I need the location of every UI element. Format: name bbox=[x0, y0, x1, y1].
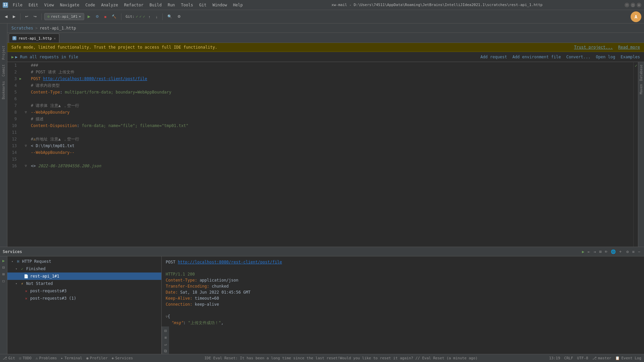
run-all-requests-btn[interactable]: ▶ ▶ Run all requests in file bbox=[11, 55, 78, 59]
examples-btn[interactable]: Examples bbox=[621, 55, 640, 59]
services-collapse-all-btn[interactable]: ⇤ bbox=[587, 249, 591, 255]
response-url[interactable]: http://localhost:8080/rest-client/post/f… bbox=[178, 260, 282, 264]
breadcrumb-scratches[interactable]: Scratches bbox=[11, 26, 33, 31]
menu-analyze[interactable]: Analyze bbox=[98, 2, 121, 8]
git-check-3[interactable]: ✓ bbox=[143, 14, 145, 19]
line-fold-16[interactable]: ▽ bbox=[25, 163, 30, 169]
line-run-3[interactable]: ▶ bbox=[19, 75, 25, 82]
project-tab[interactable]: Project bbox=[1, 44, 6, 62]
code-editor[interactable]: 1 ### 2 # POST 请求 上传文件 3 bbox=[7, 62, 633, 247]
line-fold-8[interactable]: ▽ bbox=[25, 109, 30, 116]
tree-item-rest-api-1[interactable]: 📄 rest-api_1#1 bbox=[7, 273, 161, 280]
status-todo-item[interactable]: ☑ TODO bbox=[19, 356, 32, 360]
settings-btn[interactable]: ⚙ bbox=[175, 13, 183, 20]
build-button[interactable]: 🔨 bbox=[110, 13, 118, 20]
run-button[interactable]: ▶ bbox=[86, 13, 92, 20]
http-request-label: HTTP Request bbox=[22, 259, 51, 264]
services-hide-btn[interactable]: − bbox=[637, 249, 641, 255]
services-filter-btn[interactable]: ⌦ bbox=[604, 249, 608, 255]
menu-tools[interactable]: Tools bbox=[178, 2, 196, 8]
menu-build[interactable]: Build bbox=[147, 2, 164, 8]
response-format-btn[interactable]: ≡ bbox=[163, 335, 168, 341]
services-settings-btn[interactable]: ≡ bbox=[631, 249, 636, 255]
open-log-btn[interactable]: Open log bbox=[596, 55, 615, 59]
services-run-btn[interactable]: ▶ bbox=[581, 249, 585, 255]
response-open-btn[interactable]: ⊡ bbox=[163, 328, 168, 334]
services-left-run-btn[interactable]: ▶ bbox=[1, 258, 6, 264]
search-everywhere-btn[interactable]: 🔍 bbox=[165, 13, 174, 20]
git-check-1[interactable]: ✓ bbox=[136, 14, 138, 19]
services-left-icon-3[interactable]: ⊞ bbox=[1, 271, 6, 277]
bookmarks-tab[interactable]: Bookmarks bbox=[1, 79, 6, 101]
status-problems-item[interactable]: ⚠ Problems bbox=[36, 356, 57, 360]
toolbar-back-btn[interactable]: ◀ bbox=[3, 13, 9, 20]
event-log-icon: 📋 bbox=[615, 356, 620, 360]
user-avatar[interactable]: A bbox=[631, 11, 641, 22]
maximize-button[interactable]: □ bbox=[631, 3, 635, 7]
services-settings-2-btn[interactable]: 🌐 bbox=[610, 249, 617, 255]
add-env-file-btn[interactable]: Add environment file bbox=[513, 55, 561, 59]
line-fold-13[interactable]: ▽ bbox=[25, 142, 30, 149]
menu-file[interactable]: File bbox=[10, 2, 25, 8]
app-icon: IJ bbox=[3, 2, 8, 8]
toolbar-redo-btn[interactable]: ↪ bbox=[32, 13, 39, 20]
not-started-expand-arrow[interactable]: ▾ bbox=[15, 282, 19, 285]
menu-window[interactable]: Window bbox=[210, 2, 229, 8]
run-all-label: ▶ Run all requests in file bbox=[15, 55, 78, 59]
tree-item-finished[interactable]: ▾ ✓ Finished bbox=[7, 265, 161, 273]
response-wrap-btn[interactable]: ↵ bbox=[163, 341, 168, 347]
services-left-icon-2[interactable]: ⊟ bbox=[1, 264, 6, 270]
menu-edit[interactable]: Edit bbox=[26, 2, 41, 8]
menu-view[interactable]: View bbox=[42, 2, 57, 8]
minimize-button[interactable]: ─ bbox=[625, 3, 629, 7]
status-git-item[interactable]: ⎇ Git bbox=[3, 356, 15, 360]
trust-project-link[interactable]: Trust project... bbox=[574, 45, 613, 50]
maven-panel-tab[interactable]: Maven bbox=[639, 83, 644, 96]
menu-git[interactable]: Git bbox=[197, 2, 209, 8]
event-log-item[interactable]: 📋 Event Log bbox=[615, 356, 641, 360]
status-terminal-item[interactable]: ▸ Terminal bbox=[61, 356, 83, 360]
http-request-expand-arrow[interactable]: ▾ bbox=[11, 260, 15, 263]
menu-code[interactable]: Code bbox=[83, 2, 98, 8]
tree-item-not-started[interactable]: ▾ ⚡ Not Started bbox=[7, 280, 161, 287]
finished-expand-arrow[interactable]: ▾ bbox=[15, 267, 19, 270]
status-line-ending[interactable]: CRLF bbox=[564, 356, 573, 360]
menu-navigate[interactable]: Navigate bbox=[57, 2, 82, 8]
convert-btn[interactable]: Convert... bbox=[566, 55, 590, 59]
status-branch[interactable]: ⎇ master bbox=[592, 356, 611, 360]
toolbar-forward-btn[interactable]: ▶ bbox=[11, 13, 17, 20]
services-group-btn[interactable]: ⊞ bbox=[598, 249, 603, 255]
left-side-panel: Project Commit Bookmarks bbox=[0, 23, 7, 247]
file-tab-rest-api[interactable]: H rest-api_1.http ✕ bbox=[9, 34, 59, 43]
response-transfer-encoding: Transfer-Encoding: chunked bbox=[166, 283, 640, 289]
commit-tab[interactable]: Commit bbox=[1, 62, 6, 78]
services-left-icon-4[interactable]: ◻ bbox=[1, 278, 6, 284]
database-panel-tab[interactable]: Database bbox=[639, 63, 644, 82]
menu-refactor[interactable]: Refactor bbox=[121, 2, 146, 8]
tree-item-http-request[interactable]: ▾ H HTTP Request bbox=[7, 258, 161, 265]
add-request-btn[interactable]: Add request bbox=[480, 55, 507, 59]
status-encoding[interactable]: UTF-8 bbox=[577, 356, 588, 360]
tab-close-btn[interactable]: ✕ bbox=[54, 37, 56, 40]
toolbar-undo-btn[interactable]: ↩ bbox=[23, 13, 30, 20]
services-gear-btn[interactable]: ⚙ bbox=[625, 249, 630, 255]
git-pull-btn[interactable]: ↓ bbox=[154, 14, 160, 20]
response-copy-btn[interactable]: ⧉ bbox=[163, 348, 168, 354]
tree-item-post-requests-3[interactable]: ✕ post-requests#3 bbox=[7, 287, 161, 295]
tree-item-post-requests-3-1[interactable]: ✕ post-requests#3 (1) bbox=[7, 295, 161, 302]
debug-button[interactable]: ⚙ bbox=[94, 13, 101, 20]
services-expand-all-btn[interactable]: ⇥ bbox=[592, 249, 597, 255]
services-add-btn[interactable]: + bbox=[618, 249, 623, 255]
read-more-link[interactable]: Read more bbox=[618, 45, 640, 50]
menu-help[interactable]: Help bbox=[230, 2, 246, 8]
close-button[interactable]: ✕ bbox=[637, 3, 641, 7]
response-body-msg: "msg": "上传文件成功！", bbox=[166, 320, 640, 326]
status-services-item[interactable]: ◈ Services bbox=[112, 356, 133, 360]
stop-button[interactable]: ■ bbox=[102, 14, 109, 20]
run-config-dropdown[interactable]: ⚙ rest-api_1#1 ▾ bbox=[44, 13, 84, 20]
services-tree[interactable]: ▾ H HTTP Request ▾ ✓ Finished 📄 rest-api bbox=[7, 256, 162, 354]
menu-run[interactable]: Run bbox=[165, 2, 178, 8]
status-profiler-item[interactable]: ◉ Profiler bbox=[86, 356, 108, 360]
git-check-2[interactable]: ✓ bbox=[140, 14, 142, 19]
git-push-btn[interactable]: ↑ bbox=[147, 14, 153, 20]
